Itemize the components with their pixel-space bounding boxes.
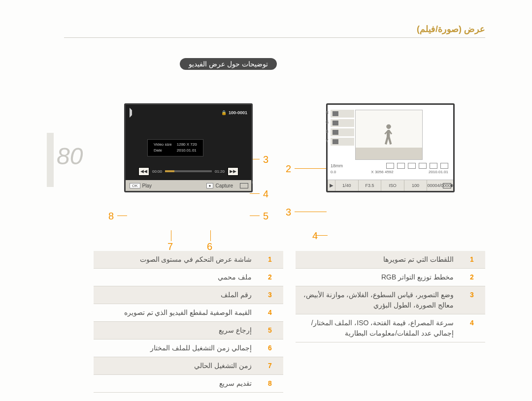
video-seek-bar: ◀◀ 00:00 01:20 ▶▶ — [138, 167, 238, 175]
meta-size: 1280 X 720 — [175, 142, 199, 147]
info-ev: 0.0 — [331, 170, 336, 174]
leader — [117, 216, 127, 216]
page-number: 80 — [57, 143, 83, 170]
video-meta-box: Video size 1280 X 720 Date 2010.01.01 — [147, 139, 203, 156]
legend-number: 1 — [459, 251, 485, 269]
legend-text: ملف محمي — [94, 269, 257, 286]
battery-icon — [240, 183, 248, 188]
capture-key-icon: ● — [206, 183, 214, 188]
legend-text: زمن التشغيل الحالي — [94, 357, 257, 375]
leader — [171, 230, 171, 241]
meta-date: 2010.01.01 — [175, 148, 199, 153]
play-label: Play — [142, 183, 152, 188]
pw-icon — [397, 163, 405, 169]
photo-callout-4: 4 — [312, 230, 318, 242]
meta-date-label: Date — [152, 148, 174, 153]
video-callout-5: 5 — [263, 211, 268, 222]
lens-icon — [386, 163, 394, 169]
legend-text: اللقطات التي تم تصويرها — [296, 251, 459, 269]
video-callout-3: 3 — [263, 154, 268, 165]
file-number: 100-0001 — [229, 110, 247, 115]
focal-length: 18mm — [331, 163, 343, 168]
metering-icon — [430, 163, 437, 169]
header-rule — [64, 37, 485, 38]
photo-callout-3: 3 — [286, 207, 291, 218]
legend-text: شاشة عرض التحكم في مستوى الصوت — [94, 251, 257, 269]
capture-label: Capture — [215, 183, 233, 188]
page-number-tab — [47, 133, 54, 187]
legend-text: رقم الملف — [94, 286, 257, 304]
legend-number: 1 — [257, 251, 283, 269]
leader — [250, 216, 260, 216]
legend-number: 8 — [257, 375, 283, 393]
photo-legend-table: 1اللقطات التي تم تصويرها2مخطط توزيع التو… — [296, 251, 485, 342]
table-row: 1اللقطات التي تم تصويرها — [296, 251, 485, 269]
legend-text: سرعة المصراع، قيمة الفتحة، ISO، الملف ال… — [296, 314, 459, 342]
photo-info-row: 2010.01.01 4592 X 3056 0.0 — [331, 170, 448, 174]
table-row: 5إرجاع سريع — [94, 322, 283, 339]
legend-number: 2 — [257, 269, 283, 286]
hist-b-label: B — [326, 129, 329, 134]
status-shutter: 1/40 — [335, 180, 358, 191]
fast-forward-button[interactable]: ▶▶ — [228, 167, 238, 176]
table-row: 4القيمة الوصفية لمقطع الفيديو الذي تم تص… — [94, 304, 283, 322]
rgb-histogram: R G B Y — [331, 110, 354, 147]
legend-number: 3 — [257, 286, 283, 304]
legend-number: 7 — [257, 357, 283, 375]
video-callout-7: 7 — [167, 241, 173, 252]
leader — [250, 193, 260, 194]
video-legend-table: 1شاشة عرض التحكم في مستوى الصوت2ملف محمي… — [94, 251, 283, 393]
status-iso-lbl: ISO — [381, 180, 404, 191]
legend-number: 5 — [257, 322, 283, 339]
time-total: 01:20 — [215, 169, 225, 174]
hist-g-label: G — [326, 120, 329, 124]
table-row: 8تقديم سريع — [94, 375, 283, 393]
legend-number: 4 — [459, 314, 485, 342]
subject-silhouette-icon — [381, 124, 397, 146]
leader — [210, 230, 211, 241]
legend-text: إرجاع سريع — [94, 322, 257, 339]
hist-r-label: R — [326, 110, 329, 115]
video-section-heading: توضيحات حول عرض الفيديو — [180, 58, 277, 70]
table-row: 4سرعة المصراع، قيمة الفتحة، ISO، الملف ا… — [296, 314, 485, 342]
table-row: 2ملف محمي — [94, 269, 283, 286]
video-callout-8: 8 — [108, 211, 114, 222]
hist-y-label: Y — [326, 138, 329, 143]
leader — [295, 212, 327, 212]
legend-text: إجمالي زمن التشغيل للملف المختار — [94, 339, 257, 357]
page-title: عرض (صورة/فيلم) — [417, 24, 485, 34]
video-callout-4: 4 — [263, 188, 268, 200]
seek-track[interactable] — [165, 170, 212, 172]
legend-text: مخطط توزيع التواتر RGB — [296, 269, 459, 286]
info-res: 4592 X 3056 — [371, 170, 393, 174]
legend-text: القيمة الوصفية لمقطع الفيديو الذي تم تصو… — [94, 304, 257, 322]
video-callout-6: 6 — [207, 241, 212, 252]
legend-text: وضع التصوير، قياس السطوع، الفلاش، موازنة… — [296, 286, 459, 314]
table-row: 2مخطط توزيع التواتر RGB — [296, 269, 485, 286]
mode-icon — [440, 163, 448, 169]
info-date: 2010.01.01 — [429, 170, 448, 174]
legend-number: 4 — [257, 304, 283, 322]
photo-status-bar: 00004/00009 100 ISO F3.5 1/40 ▶ — [328, 180, 453, 191]
leader — [315, 235, 328, 236]
photo-callout-2: 2 — [286, 163, 291, 175]
table-row: 3رقم الملف — [94, 286, 283, 304]
legend-text: تقديم سريع — [94, 375, 257, 393]
video-bottom-bar: OK Play ● Capture — [126, 180, 251, 191]
rewind-button[interactable]: ◀◀ — [138, 167, 149, 176]
status-iso-val: 100 — [404, 180, 427, 191]
table-row: 1شاشة عرض التحكم في مستوى الصوت — [94, 251, 283, 269]
legend-number: 2 — [459, 269, 485, 286]
lock-icon: 🔒 — [221, 110, 227, 115]
legend-number: 3 — [459, 286, 485, 314]
speaker-icon — [130, 108, 137, 118]
wb-icon — [408, 163, 416, 169]
leader — [295, 168, 327, 169]
table-row: 3وضع التصوير، قياس السطوع، الفلاش، موازن… — [296, 286, 485, 314]
meta-size-label: Video size — [152, 142, 174, 147]
table-row: 7زمن التشغيل الحالي — [94, 357, 283, 375]
battery-icon — [443, 183, 451, 188]
table-row: 6إجمالي زمن التشغيل للملف المختار — [94, 339, 283, 357]
flash-icon — [419, 163, 427, 169]
status-fno: F3.5 — [358, 180, 381, 191]
